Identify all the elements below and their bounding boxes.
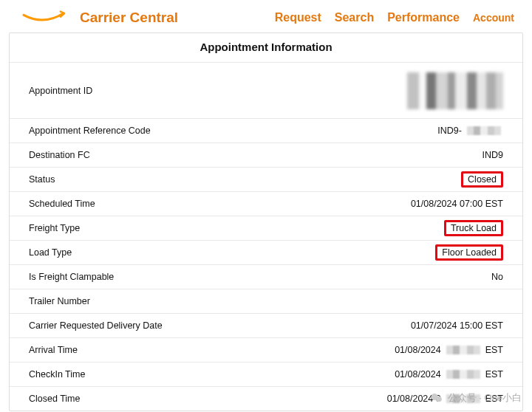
value-appointment-ref: IND9- <box>437 126 503 136</box>
arrival-date: 01/08/2024 <box>395 345 441 355</box>
top-nav: Request Search Performance Account <box>275 11 514 24</box>
nav-performance[interactable]: Performance <box>387 11 460 24</box>
label-carrier-req-date: Carrier Requested Delivery Date <box>29 320 163 331</box>
row-carrier-req-date: Carrier Requested Delivery Date 01/07/20… <box>10 313 522 337</box>
value-appointment-id <box>407 72 503 109</box>
row-appointment-id: Appointment ID <box>10 62 522 118</box>
label-scheduled-time: Scheduled Time <box>29 199 95 209</box>
nav-search[interactable]: Search <box>335 11 374 24</box>
row-status: Status Closed <box>10 167 522 191</box>
value-scheduled-time: 01/08/2024 07:00 EST <box>411 199 503 209</box>
row-destination-fc: Destination FC IND9 <box>10 143 522 167</box>
row-arrival-time: Arrival Time 01/08/2024 EST <box>10 337 522 362</box>
checkin-tz: EST <box>485 369 503 380</box>
value-checkin-time: 01/08/2024 EST <box>395 369 503 380</box>
header: Carrier Central Request Search Performan… <box>0 0 532 32</box>
checkin-date: 01/08/2024 <box>395 369 441 380</box>
label-trailer-number: Trailer Number <box>29 296 90 306</box>
status-highlight: Closed <box>461 171 503 188</box>
label-status: Status <box>29 174 55 185</box>
amazon-swoosh-icon <box>18 9 69 27</box>
label-checkin-time: CheckIn Time <box>29 369 85 380</box>
label-freight-type: Freight Type <box>29 223 80 233</box>
redacted-block <box>446 370 480 379</box>
watermark: 公众号 · One小白 <box>430 391 522 405</box>
row-checkin-time: CheckIn Time 01/08/2024 EST <box>10 362 522 386</box>
value-freight-type: Truck Load <box>444 220 503 236</box>
nav-account[interactable]: Account <box>473 12 514 24</box>
row-scheduled-time: Scheduled Time 01/08/2024 07:00 EST <box>10 191 522 216</box>
row-load-type: Load Type Floor Loaded <box>10 240 522 264</box>
redacted-block <box>467 126 501 135</box>
label-arrival-time: Arrival Time <box>29 345 78 355</box>
row-trailer-number: Trailer Number <box>10 289 522 313</box>
ref-prefix: IND9- <box>437 126 462 136</box>
value-destination-fc: IND9 <box>482 150 503 160</box>
label-destination-fc: Destination FC <box>29 150 90 160</box>
label-appointment-ref: Appointment Reference Code <box>29 126 151 136</box>
svg-point-1 <box>436 396 442 402</box>
appointment-panel: Appointment Information Appointment ID A… <box>9 32 523 411</box>
value-arrival-time: 01/08/2024 EST <box>395 345 503 355</box>
label-appointment-id: Appointment ID <box>29 86 92 96</box>
row-clampable: Is Freight Clampable No <box>10 264 522 289</box>
value-carrier-req-date: 01/07/2024 15:00 EST <box>411 320 503 331</box>
value-load-type: Floor Loaded <box>435 244 503 261</box>
label-closed-time: Closed Time <box>29 394 80 404</box>
panel-title: Appointment Information <box>10 33 522 62</box>
label-load-type: Load Type <box>29 247 72 258</box>
freight-highlight: Truck Load <box>444 220 503 236</box>
load-highlight: Floor Loaded <box>435 244 503 261</box>
wechat-icon <box>430 391 443 405</box>
value-clampable: No <box>491 272 503 282</box>
brand-title: Carrier Central <box>80 10 178 26</box>
value-status: Closed <box>461 171 503 188</box>
label-clampable: Is Freight Clampable <box>29 272 114 282</box>
row-appointment-ref: Appointment Reference Code IND9- <box>10 118 522 143</box>
row-freight-type: Freight Type Truck Load <box>10 216 522 240</box>
redacted-block <box>407 72 503 109</box>
redacted-block <box>446 346 480 354</box>
watermark-text: 公众号 · One小白 <box>448 391 522 405</box>
arrival-tz: EST <box>485 345 503 355</box>
nav-request[interactable]: Request <box>275 11 321 24</box>
